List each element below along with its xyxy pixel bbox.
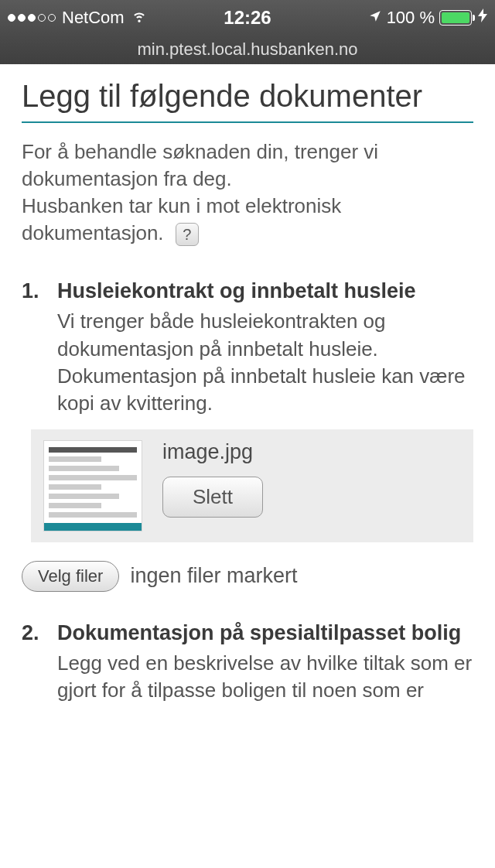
help-button[interactable]: ? bbox=[176, 223, 199, 246]
intro-line-1: For å behandle søknaden din, trenger vi … bbox=[22, 140, 378, 190]
doc-title: Dokumentasjon på spesialtilpasset bolig bbox=[57, 620, 473, 647]
intro-text: For å behandle søknaden din, trenger vi … bbox=[22, 138, 473, 247]
status-bar: NetCom 12:26 100 % bbox=[0, 0, 495, 35]
file-picker-status: ingen filer markert bbox=[130, 564, 297, 588]
doc-number: 2. bbox=[22, 620, 48, 647]
battery-icon bbox=[439, 10, 472, 26]
doc-number: 1. bbox=[22, 278, 48, 305]
page-title: Legg til følgende dokumenter bbox=[22, 78, 473, 123]
doc-title: Husleiekontrakt og innbetalt husleie bbox=[57, 278, 473, 305]
delete-button[interactable]: Slett bbox=[162, 477, 263, 518]
page-content: Legg til følgende dokumenter For å behan… bbox=[0, 64, 495, 740]
uploaded-file-card: image.jpg Slett bbox=[31, 429, 473, 542]
document-item-1: 1. Husleiekontrakt og innbetalt husleie … bbox=[22, 278, 473, 591]
carrier-label: NetCom bbox=[62, 8, 125, 28]
file-picker: Velg filer ingen filer markert bbox=[22, 561, 473, 592]
choose-files-button[interactable]: Velg filer bbox=[22, 561, 119, 592]
url-bar[interactable]: min.ptest.local.husbanken.no bbox=[0, 35, 495, 64]
battery-percent: 100 % bbox=[387, 8, 435, 28]
status-right: 100 % bbox=[271, 8, 487, 28]
doc-description: Vi trenger både husleiekontrakten og dok… bbox=[22, 308, 473, 416]
charging-icon bbox=[478, 9, 487, 26]
document-list: 1. Husleiekontrakt og innbetalt husleie … bbox=[22, 278, 473, 704]
file-thumbnail[interactable] bbox=[43, 440, 142, 531]
url-text: min.ptest.local.husbanken.no bbox=[138, 39, 358, 60]
document-item-2: 2. Dokumentasjon på spesialtilpasset bol… bbox=[22, 620, 473, 704]
file-name: image.jpg bbox=[162, 440, 263, 464]
doc-description: Legg ved en beskrivelse av hvilke tiltak… bbox=[22, 650, 473, 704]
status-left: NetCom bbox=[8, 7, 224, 29]
location-icon bbox=[368, 8, 382, 28]
signal-strength-icon bbox=[8, 14, 56, 22]
wifi-icon bbox=[131, 7, 148, 29]
status-time: 12:26 bbox=[224, 7, 271, 29]
